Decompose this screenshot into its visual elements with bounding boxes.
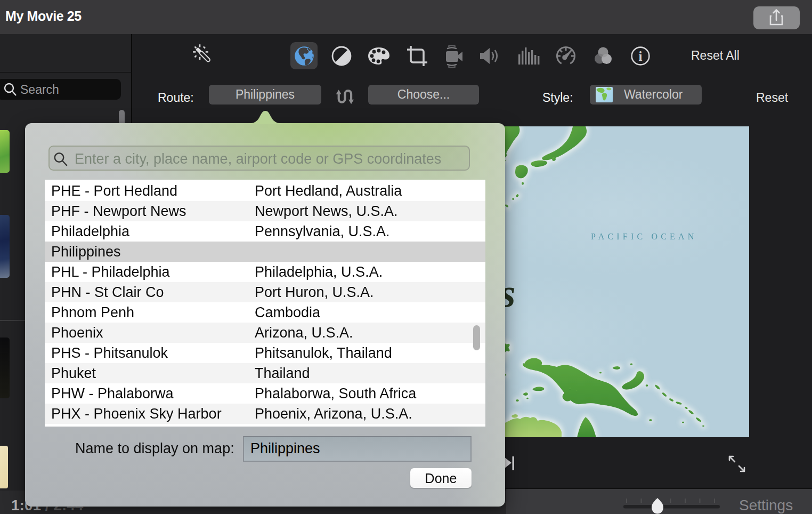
svg-text:PACIFIC OCEAN: PACIFIC OCEAN <box>591 232 697 241</box>
svg-text:i: i <box>639 49 643 63</box>
